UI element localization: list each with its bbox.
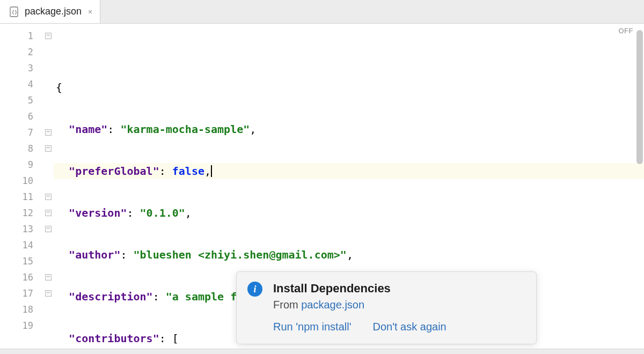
line-number: 13	[0, 221, 43, 237]
line-number: 19	[0, 318, 43, 334]
fold-toggle-icon[interactable]	[45, 129, 52, 136]
line-number: 9	[0, 157, 43, 173]
current-line: "preferGlobal": false,	[54, 163, 644, 179]
line-number: 11	[0, 189, 43, 205]
line-number: 2	[0, 44, 43, 60]
line-number: 7	[0, 124, 43, 141]
notification-source-file: package.json	[301, 299, 364, 311]
notification-title: Install Dependencies	[273, 282, 524, 296]
dont-ask-again-action[interactable]: Don't ask again	[372, 321, 446, 333]
fold-toggle-icon[interactable]	[45, 210, 52, 216]
text-caret	[211, 165, 212, 177]
install-dependencies-notification: i Install Dependencies From package.json…	[236, 271, 537, 344]
inspection-level-badge[interactable]: OFF	[619, 27, 634, 35]
fold-gutter	[43, 24, 54, 349]
line-number: 4	[0, 76, 43, 92]
line-number-gutter: 1 2 3 4 5 6 7 8 9 10 11 12 13 14 15 16 1…	[0, 24, 43, 349]
json-file-icon: {}	[9, 6, 20, 18]
line-number: 16	[0, 269, 43, 285]
editor-tab[interactable]: {} package.json ×	[0, 0, 100, 23]
run-npm-install-action[interactable]: Run 'npm install'	[273, 321, 351, 333]
fold-toggle-icon[interactable]	[45, 226, 52, 232]
tab-filename: package.json	[25, 6, 82, 17]
notification-subtitle: From package.json	[273, 299, 524, 311]
fold-toggle-icon[interactable]	[45, 145, 52, 152]
line-number: 5	[0, 92, 43, 108]
line-number: 1	[0, 28, 43, 44]
tab-close-icon[interactable]: ×	[86, 8, 94, 16]
line-number: 10	[0, 173, 43, 189]
fold-toggle-icon[interactable]	[45, 290, 52, 297]
line-number: 15	[0, 253, 43, 269]
fold-toggle-icon[interactable]	[45, 194, 52, 200]
fold-toggle-icon[interactable]	[45, 274, 52, 281]
line-number: 12	[0, 205, 43, 221]
line-number: 14	[0, 237, 43, 253]
line-number: 6	[0, 108, 43, 124]
line-number: 17	[0, 285, 43, 301]
vertical-scrollbar[interactable]	[636, 30, 643, 164]
line-number: 18	[0, 301, 43, 318]
info-icon: i	[247, 282, 262, 297]
line-number: 8	[0, 141, 43, 157]
svg-text:{}: {}	[12, 10, 18, 15]
status-bar	[0, 349, 644, 354]
fold-toggle-icon[interactable]	[45, 33, 52, 39]
line-number: 3	[0, 60, 43, 76]
tab-bar: {} package.json ×	[0, 0, 644, 24]
